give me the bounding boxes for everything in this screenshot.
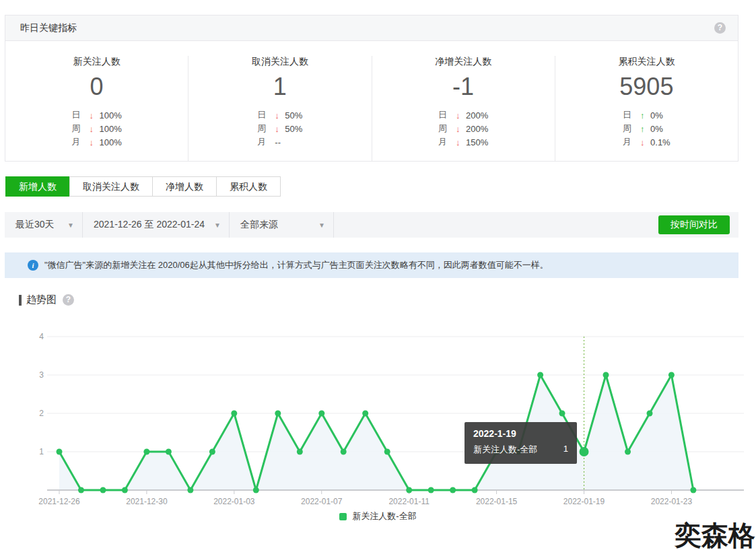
metric-card: 取消关注人数1日↓50%周↓50%月--: [188, 56, 371, 161]
tab-3[interactable]: 累积人数: [216, 176, 281, 197]
data-point[interactable]: [187, 487, 193, 493]
tab-0[interactable]: 新增人数: [5, 176, 70, 197]
info-icon: i: [28, 260, 38, 271]
key-metrics-title: 昨日关键指标: [20, 15, 77, 40]
trend-value: 100%: [100, 110, 122, 121]
period-label: 月: [438, 136, 456, 148]
trend-value: 0%: [650, 110, 663, 121]
metrics-body: 新关注人数0日↓100%周↓100%月↓100%取消关注人数1日↓50%周↓50…: [5, 41, 738, 161]
data-point[interactable]: [537, 372, 543, 378]
metric-trend-row: 周↓100%: [72, 122, 122, 135]
data-point-highlighted[interactable]: [580, 447, 589, 456]
data-point[interactable]: [450, 487, 456, 493]
metric-card: 净增关注人数-1日↓200%周↓200%月↓150%: [372, 56, 555, 161]
metric-trend-rows: 日↑0%周↑0%月↓0.1%: [623, 108, 671, 149]
dropdown-date-range[interactable]: 2021-12-26 至 2022-01-24▼: [83, 212, 230, 238]
data-point[interactable]: [362, 411, 368, 417]
data-point[interactable]: [275, 411, 281, 417]
dropdown-label: 全部来源: [240, 219, 278, 231]
metric-value: 5905: [555, 69, 738, 104]
data-point[interactable]: [253, 487, 259, 493]
down-arrow-icon: ↓: [90, 110, 100, 121]
metric-title: 累积关注人数: [555, 56, 738, 68]
period-label: 日: [72, 109, 90, 121]
x-axis-label: 2022-01-15: [476, 497, 518, 506]
x-axis-label: 2022-01-11: [388, 497, 429, 506]
metric-value: 1: [188, 69, 371, 104]
data-point[interactable]: [318, 411, 324, 417]
metric-trend-row: 周↓50%: [257, 122, 302, 135]
notice-banner: i "微信广告"来源的新增关注在 2020/06起从其他中拆分给出，计算方式与广…: [5, 252, 738, 278]
metric-trend-row: 日↓50%: [257, 108, 302, 122]
metric-trend-row: 月↓150%: [438, 135, 488, 149]
down-arrow-icon: ↓: [275, 110, 285, 121]
data-point[interactable]: [428, 487, 434, 493]
metric-trend-row: 日↓200%: [438, 108, 488, 122]
metric-card: 新关注人数0日↓100%周↓100%月↓100%: [5, 56, 188, 161]
chart-tooltip: 2022-1-19 新关注人数-全部 1: [465, 422, 577, 464]
data-point[interactable]: [625, 449, 631, 455]
data-point[interactable]: [603, 372, 609, 378]
up-arrow-icon: ↑: [640, 110, 650, 121]
compare-by-time-button[interactable]: 按时间对比: [658, 215, 730, 234]
y-axis-label: 3: [39, 370, 44, 380]
help-icon[interactable]: ?: [714, 22, 726, 34]
dropdown-source[interactable]: 全部来源▼: [230, 212, 334, 238]
metric-value: -1: [372, 69, 555, 104]
x-axis-label: 2022-01-19: [563, 497, 605, 506]
dropdown-label: 最近30天: [15, 219, 55, 231]
data-point[interactable]: [559, 411, 565, 417]
trend-chart: 12342021-12-262021-12-302022-01-032022-0…: [0, 316, 756, 518]
legend-label: 新关注人数-全部: [352, 510, 416, 522]
up-arrow-icon: ↑: [640, 124, 650, 134]
data-point[interactable]: [406, 487, 412, 493]
data-point[interactable]: [472, 487, 478, 493]
data-point[interactable]: [384, 449, 390, 455]
watermark: 奕森格: [675, 521, 755, 549]
trend-help-icon[interactable]: ?: [63, 294, 74, 306]
trend-value: 50%: [285, 124, 302, 134]
data-point[interactable]: [231, 411, 237, 417]
page: 昨日关键指标 ? 新关注人数0日↓100%周↓100%月↓100%取消关注人数1…: [0, 0, 756, 550]
data-point[interactable]: [690, 487, 696, 493]
data-point[interactable]: [668, 372, 675, 378]
data-point[interactable]: [122, 487, 128, 493]
down-arrow-icon: ↓: [640, 137, 650, 147]
dropdown-date-range-preset[interactable]: 最近30天▼: [5, 212, 83, 238]
period-label: 周: [257, 123, 275, 135]
filter-bar: 最近30天▼2021-12-26 至 2022-01-24▼全部来源▼按时间对比: [5, 212, 738, 238]
data-point[interactable]: [78, 487, 84, 493]
period-label: 月: [257, 136, 275, 148]
legend-marker-icon: [339, 513, 347, 520]
data-point[interactable]: [209, 449, 215, 455]
data-point[interactable]: [647, 411, 653, 417]
metric-tabs: 新增人数取消关注人数净增人数累积人数: [5, 176, 281, 197]
data-point[interactable]: [100, 487, 106, 493]
tab-2[interactable]: 净增人数: [152, 176, 217, 197]
chevron-down-icon: ▼: [67, 221, 74, 229]
down-arrow-icon: ↓: [90, 124, 100, 134]
data-point[interactable]: [143, 449, 149, 455]
data-point[interactable]: [57, 449, 63, 455]
trend-value: 200%: [466, 124, 488, 134]
metric-trend-row: 日↓100%: [72, 108, 122, 122]
key-metrics-header: 昨日关键指标 ?: [5, 15, 738, 41]
metric-card: 累积关注人数5905日↑0%周↑0%月↓0.1%: [555, 56, 738, 161]
data-point[interactable]: [341, 449, 347, 455]
tab-1[interactable]: 取消关注人数: [69, 176, 153, 197]
data-point[interactable]: [297, 449, 303, 455]
x-axis-label: 2022-01-07: [301, 497, 343, 506]
metric-title: 新关注人数: [5, 56, 188, 68]
down-arrow-icon: ↓: [456, 124, 466, 134]
metric-trend-row: 日↑0%: [623, 108, 671, 122]
down-arrow-icon: ↓: [275, 124, 285, 134]
dropdown-label: 2021-12-26 至 2022-01-24: [94, 219, 205, 231]
chevron-down-icon: ▼: [214, 221, 221, 229]
trend-chart-svg: 12342021-12-262021-12-302022-01-032022-0…: [0, 316, 756, 518]
metric-trend-row: 月--: [257, 135, 302, 149]
tooltip-value: 1: [563, 444, 568, 456]
chart-legend[interactable]: 新关注人数-全部: [0, 510, 756, 522]
data-point[interactable]: [166, 449, 172, 455]
period-label: 周: [72, 123, 90, 135]
period-label: 月: [72, 136, 90, 148]
